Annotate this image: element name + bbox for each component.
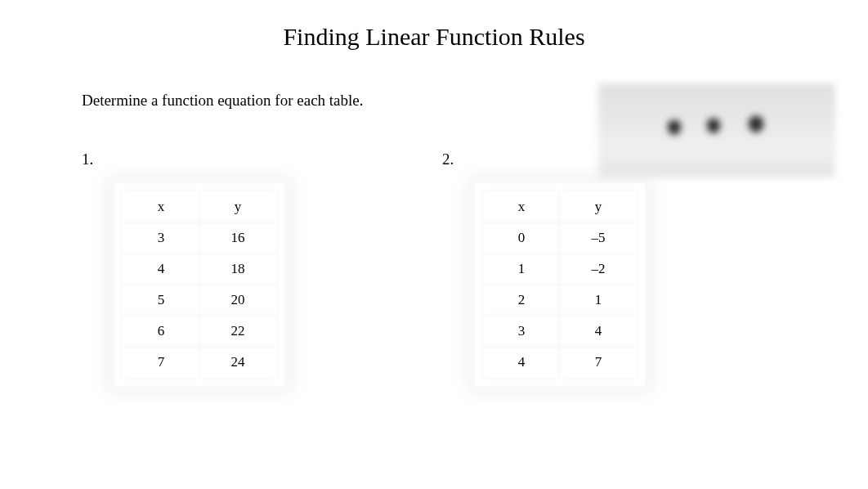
data-table: x y 3 16 4 18 5 20 — [121, 190, 278, 379]
table-row: 3 16 — [124, 224, 275, 252]
cell-y: 20 — [201, 286, 275, 314]
table-row: 1 –2 — [485, 255, 635, 283]
table-header-row: x y — [485, 193, 635, 221]
cell-x: 2 — [485, 286, 558, 314]
problem-2: 2. x y 0 –5 1 –2 2 — [442, 150, 786, 389]
content-area: Determine a function equation for each t… — [0, 92, 868, 389]
cell-x: 4 — [124, 255, 198, 283]
cell-x: 5 — [124, 286, 198, 314]
table-row: 6 22 — [124, 317, 275, 345]
cell-y: 16 — [201, 224, 275, 252]
table-wrap: x y 3 16 4 18 5 20 — [114, 183, 284, 386]
cell-y: 7 — [562, 348, 635, 376]
table-row: 2 1 — [485, 286, 635, 314]
cell-y: 24 — [201, 348, 275, 376]
problem-1: 1. x y 3 16 4 18 5 — [82, 150, 426, 389]
cell-y: 22 — [201, 317, 275, 345]
cell-x: 3 — [485, 317, 558, 345]
decorative-image — [598, 83, 835, 177]
table-row: 3 4 — [485, 317, 635, 345]
header-y: y — [562, 193, 635, 221]
table-header-row: x y — [124, 193, 275, 221]
cell-x: 4 — [485, 348, 558, 376]
cell-x: 1 — [485, 255, 558, 283]
cell-y: –5 — [562, 224, 635, 252]
table-row: 4 18 — [124, 255, 275, 283]
cell-y: 4 — [562, 317, 635, 345]
header-x: x — [124, 193, 198, 221]
header-x: x — [485, 193, 558, 221]
cell-y: 18 — [201, 255, 275, 283]
table-row: 0 –5 — [485, 224, 635, 252]
cell-x: 6 — [124, 317, 198, 345]
data-table: x y 0 –5 1 –2 2 1 — [481, 190, 638, 379]
problem-number: 1. — [82, 150, 426, 168]
header-y: y — [201, 193, 275, 221]
table-wrap: x y 0 –5 1 –2 2 1 — [475, 183, 645, 386]
table-row: 4 7 — [485, 348, 635, 376]
problems-row: 1. x y 3 16 4 18 5 — [82, 150, 786, 389]
table-row: 5 20 — [124, 286, 275, 314]
cell-x: 7 — [124, 348, 198, 376]
cell-y: –2 — [562, 255, 635, 283]
cell-y: 1 — [562, 286, 635, 314]
cell-x: 3 — [124, 224, 198, 252]
cell-x: 0 — [485, 224, 558, 252]
page-title: Finding Linear Function Rules — [0, 0, 868, 67]
table-row: 7 24 — [124, 348, 275, 376]
